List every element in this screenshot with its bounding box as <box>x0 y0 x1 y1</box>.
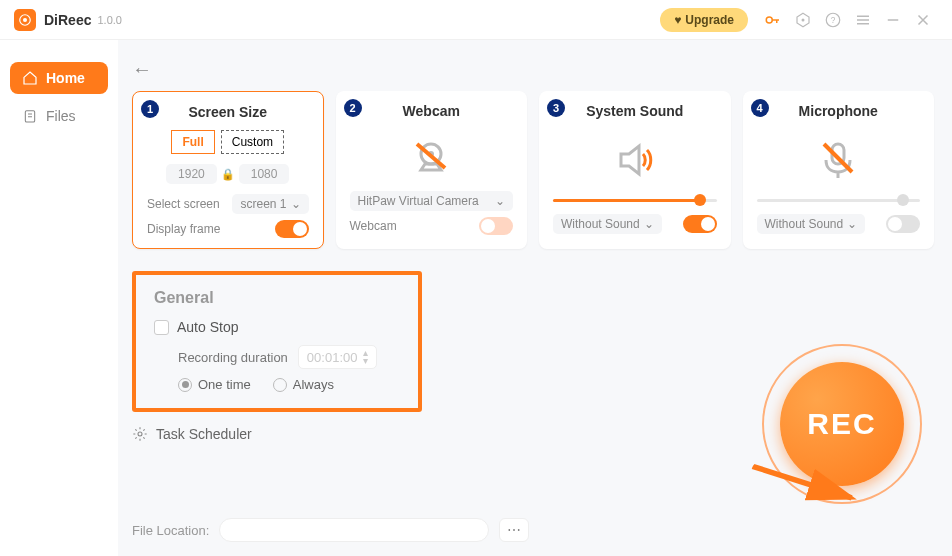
size-tab-full[interactable]: Full <box>171 130 214 154</box>
screen-title: Screen Size <box>147 104 309 120</box>
width-field[interactable]: 1920 <box>166 164 217 184</box>
sidebar-files-label: Files <box>46 108 76 124</box>
svg-text:?: ? <box>831 16 836 25</box>
badge-1: 1 <box>141 100 159 118</box>
system-sound-value: Without Sound <box>561 217 640 231</box>
duration-field[interactable]: 00:01:00 ▴▾ <box>298 345 378 369</box>
card-screen-size: 1 Screen Size Full Custom 1920 🔒 1080 Se… <box>132 91 324 249</box>
svg-point-2 <box>766 17 772 23</box>
microphone-value: Without Sound <box>765 217 844 231</box>
one-time-radio[interactable] <box>178 378 192 392</box>
card-webcam: 2 Webcam HitPaw Virtual Camera ⌄ Webcam <box>336 91 528 249</box>
speaker-icon <box>553 129 717 191</box>
chevron-down-icon: ⌄ <box>495 194 505 208</box>
badge-4: 4 <box>751 99 769 117</box>
settings-hex-icon[interactable] <box>790 7 816 33</box>
file-location-row: File Location: ⋯ <box>132 518 529 542</box>
minimize-icon[interactable] <box>880 7 906 33</box>
task-scheduler-label: Task Scheduler <box>156 426 252 442</box>
gear-icon <box>132 426 148 442</box>
screen-value: screen 1 <box>240 197 286 211</box>
always-radio[interactable] <box>273 378 287 392</box>
webcam-off-icon <box>350 129 514 191</box>
badge-2: 2 <box>344 99 362 117</box>
card-system-sound: 3 System Sound Without Sound ⌄ <box>539 91 731 249</box>
webcam-device: HitPaw Virtual Camera <box>358 194 479 208</box>
webcam-select[interactable]: HitPaw Virtual Camera ⌄ <box>350 191 514 211</box>
duration-label: Recording duration <box>178 350 288 365</box>
display-frame-toggle[interactable] <box>275 220 309 238</box>
menu-icon[interactable] <box>850 7 876 33</box>
webcam-toggle[interactable] <box>479 217 513 235</box>
lock-icon[interactable]: 🔒 <box>221 168 235 181</box>
svg-point-4 <box>802 18 805 21</box>
size-tab-custom[interactable]: Custom <box>221 130 284 154</box>
back-button[interactable]: ← <box>132 58 152 81</box>
microphone-slider[interactable] <box>757 199 921 202</box>
svg-point-13 <box>138 432 142 436</box>
duration-value: 00:01:00 <box>307 350 358 365</box>
files-icon <box>22 108 38 124</box>
app-version: 1.0.0 <box>97 14 121 26</box>
crown-icon: ♥ <box>674 13 681 27</box>
stepper-icon: ▴▾ <box>363 349 368 365</box>
chevron-down-icon: ⌄ <box>847 217 857 231</box>
always-label: Always <box>293 377 334 392</box>
upgrade-button[interactable]: ♥ Upgrade <box>660 8 748 32</box>
key-icon[interactable] <box>760 7 786 33</box>
microphone-title: Microphone <box>757 103 921 119</box>
card-microphone: 4 Microphone Without Sound ⌄ <box>743 91 935 249</box>
webcam-title: Webcam <box>350 103 514 119</box>
system-sound-title: System Sound <box>553 103 717 119</box>
auto-stop-checkbox[interactable] <box>154 320 169 335</box>
chevron-down-icon: ⌄ <box>644 217 654 231</box>
auto-stop-label: Auto Stop <box>177 319 239 335</box>
file-more-button[interactable]: ⋯ <box>499 518 529 542</box>
microphone-select[interactable]: Without Sound ⌄ <box>757 214 866 234</box>
general-title: General <box>154 289 400 307</box>
height-field[interactable]: 1080 <box>239 164 290 184</box>
screen-select[interactable]: screen 1 ⌄ <box>232 194 308 214</box>
general-panel: General Auto Stop Recording duration 00:… <box>132 271 422 412</box>
system-sound-slider[interactable] <box>553 199 717 202</box>
sidebar-item-files[interactable]: Files <box>10 100 108 132</box>
microphone-toggle[interactable] <box>886 215 920 233</box>
help-icon[interactable]: ? <box>820 7 846 33</box>
select-screen-label: Select screen <box>147 197 220 211</box>
system-sound-select[interactable]: Without Sound ⌄ <box>553 214 662 234</box>
sidebar-item-home[interactable]: Home <box>10 62 108 94</box>
main-panel: ← 1 Screen Size Full Custom 1920 🔒 1080 … <box>118 40 952 556</box>
display-frame-label: Display frame <box>147 222 220 236</box>
title-bar: DiReec 1.0.0 ♥ Upgrade ? <box>0 0 952 40</box>
file-location-label: File Location: <box>132 523 209 538</box>
svg-point-1 <box>23 17 27 21</box>
app-logo <box>14 9 36 31</box>
webcam-label: Webcam <box>350 219 397 233</box>
one-time-label: One time <box>198 377 251 392</box>
system-sound-toggle[interactable] <box>683 215 717 233</box>
upgrade-label: Upgrade <box>685 13 734 27</box>
file-path-field[interactable] <box>219 518 489 542</box>
sidebar: Home Files <box>0 40 118 556</box>
sidebar-home-label: Home <box>46 70 85 86</box>
badge-3: 3 <box>547 99 565 117</box>
close-icon[interactable] <box>910 7 936 33</box>
microphone-off-icon <box>757 129 921 191</box>
chevron-down-icon: ⌄ <box>291 197 301 211</box>
home-icon <box>22 70 38 86</box>
app-name: DiReec <box>44 12 91 28</box>
